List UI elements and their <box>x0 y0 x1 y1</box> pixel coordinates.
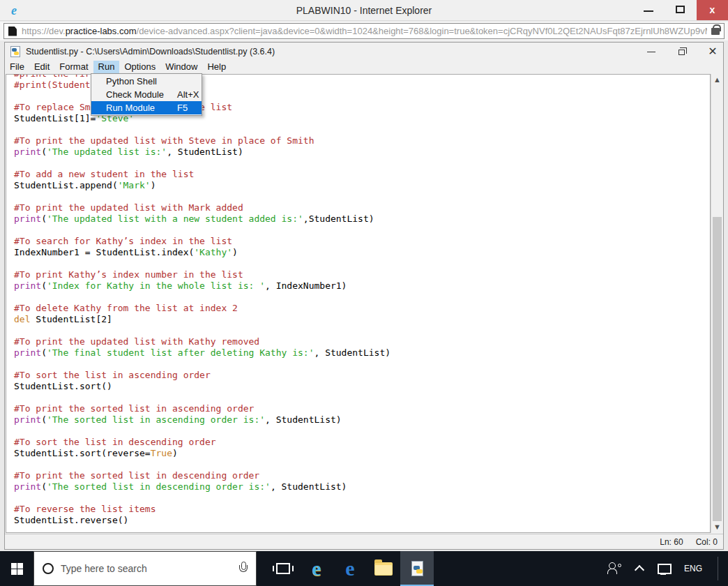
code-line <box>14 124 710 135</box>
idle-titlebar: Studentlist.py - C:\Users\Admin\Download… <box>5 43 723 61</box>
taskbar-separator <box>718 557 718 580</box>
editor-area[interactable]: #print the first student#print(StudentLi… <box>6 74 711 533</box>
code-line: StudentList.reverse() <box>14 515 710 526</box>
code-line <box>14 493 710 504</box>
idle-restore-button[interactable] <box>676 45 688 58</box>
edge-taskbar-button[interactable]: e <box>333 551 367 586</box>
code-line: #To delete Kathy from the list at index … <box>14 303 710 314</box>
idle-minimize-button[interactable] <box>645 45 658 58</box>
close-icon: ✕ <box>706 45 719 58</box>
code-line <box>14 359 710 370</box>
system-tray: ENG <box>607 551 728 586</box>
run-menu-dropdown: Python ShellCheck ModuleAlt+XRun ModuleF… <box>91 73 202 116</box>
idle-window: Studentlist.py - C:\Users\Admin\Download… <box>4 42 724 550</box>
maximize-icon <box>676 6 685 13</box>
code-line: #To print the updated list with Mark add… <box>14 202 710 213</box>
code-line: #To print the updated list with Kathy re… <box>14 336 710 347</box>
code-line: StudentList.sort(reverse=True) <box>14 448 710 459</box>
scrollbar-thumb[interactable] <box>713 217 722 523</box>
code-line <box>14 459 710 470</box>
idle-close-button[interactable]: ✕ <box>706 45 719 58</box>
ie-addressbar: https://dev.practice-labs.com/device-adv… <box>0 22 728 40</box>
cortana-icon <box>43 563 54 574</box>
menu-format[interactable]: Format <box>54 61 93 74</box>
ie-titlebar: e PLABWIN10 - Internet Explorer x <box>0 0 728 21</box>
menu-help[interactable]: Help <box>202 61 231 74</box>
line-indicator: Ln: 60 <box>660 534 683 550</box>
menu-item-python-shell[interactable]: Python Shell <box>91 75 202 88</box>
menu-window[interactable]: Window <box>160 61 202 74</box>
file-explorer-icon <box>374 562 393 576</box>
microphone-icon[interactable] <box>239 562 248 576</box>
windows-logo-icon <box>11 563 23 575</box>
python-file-icon <box>10 46 20 57</box>
minimize-icon <box>647 52 655 52</box>
code-line: print('Index for Kathy in the whole list… <box>14 280 710 292</box>
code-line: print('The updated list is:', StudentLis… <box>14 146 710 158</box>
code-line <box>14 158 710 169</box>
code-line: IndexNumber1 = StudentList.index('Kathy'… <box>14 247 710 258</box>
task-view-button[interactable] <box>266 551 300 586</box>
python-idle-taskbar-button[interactable] <box>400 551 434 586</box>
scroll-up-arrow-icon[interactable]: ▲ <box>711 74 723 86</box>
restore-icon <box>678 50 685 55</box>
taskbar-search-input[interactable]: Type here to search <box>33 551 257 586</box>
menu-options[interactable]: Options <box>119 61 160 74</box>
ssl-lock-icon <box>711 28 720 35</box>
screen: e PLABWIN10 - Internet Explorer x https:… <box>0 0 728 586</box>
menu-run[interactable]: Run <box>93 61 120 74</box>
code-line: #To sort the list in ascending order <box>14 370 710 381</box>
code-line <box>14 191 710 202</box>
ie-maximize-button[interactable] <box>665 0 697 20</box>
language-indicator[interactable]: ENG <box>684 564 702 573</box>
code-line: #To print the sorted list in descending … <box>14 470 710 481</box>
site-favicon <box>8 27 17 36</box>
minimize-icon <box>644 10 653 12</box>
code-line: StudentList.append('Mark') <box>14 180 710 191</box>
code-line: #To search for Kathy’s index in the list <box>14 236 710 247</box>
code-line: StudentList.sort() <box>14 381 710 392</box>
code-line <box>14 258 710 269</box>
code-line: #To print the updated list with Steve in… <box>14 135 710 146</box>
hidden-icons-chevron-icon[interactable] <box>635 566 644 571</box>
menu-file[interactable]: File <box>5 61 29 74</box>
close-icon: x <box>697 0 728 20</box>
network-display-icon[interactable] <box>658 563 670 574</box>
start-button[interactable] <box>0 551 33 586</box>
vertical-scrollbar[interactable]: ▲ ▼ <box>711 74 722 533</box>
menu-item-check-module[interactable]: Check ModuleAlt+X <box>91 88 202 101</box>
url-text: https://dev.practice-labs.com/device-adv… <box>22 26 707 36</box>
people-icon[interactable] <box>607 562 621 575</box>
code-line <box>14 325 710 336</box>
scroll-down-arrow-icon[interactable]: ▼ <box>711 521 723 533</box>
code-line: #To reverse the list items <box>14 504 710 515</box>
task-view-icon <box>276 563 290 574</box>
search-placeholder: Type here to search <box>61 563 232 574</box>
ie-close-button[interactable]: x <box>697 0 728 20</box>
edge-icon: e <box>345 557 354 580</box>
code-line: print('The sorted list in descending ord… <box>14 481 710 493</box>
code-line <box>14 225 710 236</box>
file-explorer-taskbar-button[interactable] <box>367 551 400 586</box>
code-line: print('The updated list with a new stude… <box>14 213 710 225</box>
idle-statusbar: Ln: 60 Col: 0 <box>5 534 723 549</box>
internet-explorer-taskbar-button[interactable]: e <box>300 551 333 586</box>
menu-item-run-module[interactable]: Run ModuleF5 <box>91 101 202 114</box>
menu-edit[interactable]: Edit <box>29 61 54 74</box>
code-line: #To print the sorted list in ascending o… <box>14 403 710 414</box>
code-line <box>14 392 710 403</box>
column-indicator: Col: 0 <box>696 534 718 550</box>
code-line: print('The final student list after dele… <box>14 347 710 359</box>
python-file-icon <box>411 561 423 576</box>
address-input[interactable]: https://dev.practice-labs.com/device-adv… <box>3 23 725 39</box>
taskbar: Type here to search e e ENG <box>0 551 728 586</box>
code-line: del StudentList[2] <box>14 314 710 325</box>
ie-minimize-button[interactable] <box>634 0 665 20</box>
code-line <box>14 426 710 437</box>
code-line: #To add a new student in the list <box>14 169 710 180</box>
code-area: #print the first student#print(StudentLi… <box>6 74 710 526</box>
code-line: #To sort the list in descending order <box>14 437 710 448</box>
code-line: #To print Kathy’s index number in the li… <box>14 269 710 280</box>
code-line <box>14 292 710 303</box>
idle-menubar: FileEditFormatRunOptionsWindowHelp <box>5 61 723 74</box>
